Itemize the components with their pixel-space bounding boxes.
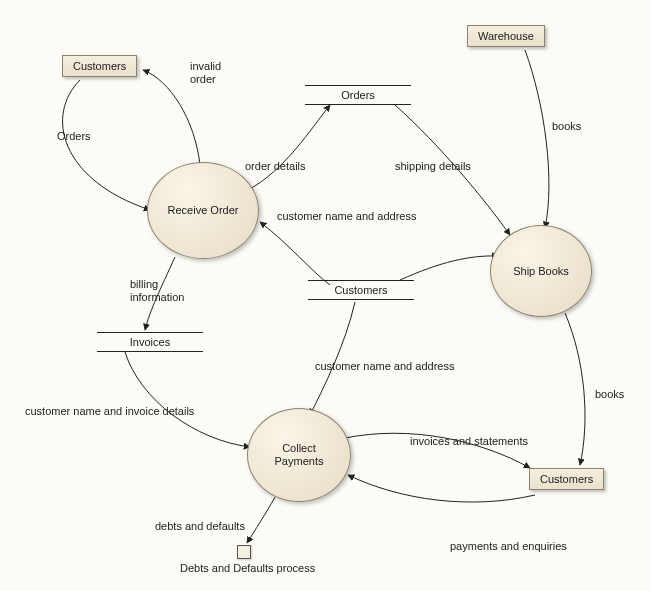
flow-label-payments: payments and enquiries (450, 540, 567, 553)
flow-label-invoices-stmts: invoices and statements (410, 435, 528, 448)
flow-label-shipping-details: shipping details (395, 160, 471, 173)
process-ship-books: Ship Books (490, 225, 592, 317)
offpage-debts (237, 545, 251, 559)
datastore-label: Customers (334, 284, 387, 296)
flow-label-order-details: order details (245, 160, 306, 173)
datastore-invoices: Invoices (97, 332, 203, 352)
entity-label: Customers (540, 473, 593, 485)
flow-label-debts: debts and defaults (155, 520, 245, 533)
entity-warehouse: Warehouse (467, 25, 545, 47)
process-label: Receive Order (168, 204, 239, 217)
entity-label: Warehouse (478, 30, 534, 42)
entity-customers-top: Customers (62, 55, 137, 77)
process-label: Collect Payments (275, 442, 324, 467)
flow-label-books-wh: books (552, 120, 581, 133)
flow-label-invalid-order: invalid order (190, 60, 221, 85)
datastore-label: Invoices (130, 336, 170, 348)
process-label: Ship Books (513, 265, 569, 278)
flow-label-cust-addr-2: customer name and address (315, 360, 454, 373)
datastore-label: Orders (341, 89, 375, 101)
flow-label-billing: billing information (130, 278, 184, 303)
entity-customers-bottom: Customers (529, 468, 604, 490)
flow-label-cust-invoice: customer name and invoice details (25, 405, 194, 418)
entity-label: Customers (73, 60, 126, 72)
flow-label-orders: Orders (57, 130, 91, 143)
offpage-label: Debts and Defaults process (180, 562, 315, 575)
process-collect-payments: Collect Payments (247, 408, 351, 502)
datastore-customers: Customers (308, 280, 414, 300)
datastore-orders: Orders (305, 85, 411, 105)
flow-label-cust-addr-1: customer name and address (277, 210, 416, 223)
flow-label-books-out: books (595, 388, 624, 401)
process-receive-order: Receive Order (147, 162, 259, 259)
